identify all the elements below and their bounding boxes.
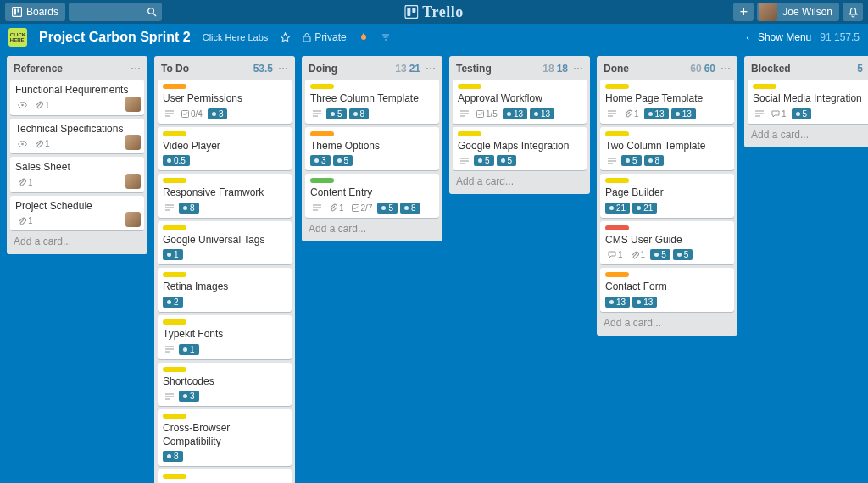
member-avatar[interactable] <box>125 212 141 227</box>
points-badge: 13 <box>632 297 657 308</box>
card[interactable]: CMS User Guide 1155 <box>600 221 734 265</box>
list: Reference Functional Requirements 1 Tech… <box>7 56 147 254</box>
card[interactable]: Two Column Template 58 <box>600 127 734 171</box>
card-title: Google Maps Integration <box>458 140 581 153</box>
card[interactable]: Page Builder 2121 <box>600 174 734 218</box>
card[interactable]: Technical Specifications 1 <box>10 119 144 154</box>
boards-button[interactable]: Boards <box>5 3 65 21</box>
card[interactable]: Retina Images 2 <box>158 268 292 312</box>
card-badges: 35 <box>310 155 434 166</box>
filter-icon[interactable] <box>381 32 391 42</box>
add-card-button[interactable]: Add a card... <box>305 218 439 238</box>
add-card-button[interactable]: Add a card... <box>10 230 144 251</box>
cards-container: Three Column Template 58 Theme Options 3… <box>305 80 439 218</box>
list-header[interactable]: To Do 53.5 <box>158 59 292 80</box>
card[interactable]: User Permissions 0/43 <box>158 80 292 124</box>
board-visibility[interactable]: Private <box>303 31 346 43</box>
description-icon <box>163 109 176 118</box>
card[interactable]: Social Media Integration 15 <box>748 80 868 124</box>
app-name: Trello <box>422 3 463 21</box>
card[interactable]: Theme Options 35 <box>305 127 439 171</box>
checklist-badge: 1/5 <box>474 108 500 119</box>
card-badges: 1/51313 <box>458 108 581 119</box>
list-menu-button[interactable] <box>278 64 288 73</box>
list-header[interactable]: Blocked 5 <box>748 59 868 80</box>
bell-icon <box>848 7 859 18</box>
add-button[interactable]: + <box>733 3 754 21</box>
attachment-badge: 1 <box>15 177 36 188</box>
star-icon[interactable] <box>280 32 291 43</box>
board-org-name[interactable]: Click Here Labs <box>203 32 269 42</box>
svg-rect-0 <box>13 8 22 17</box>
card-title: Typekit Fonts <box>163 328 287 341</box>
card-title: Google Universal Tags <box>163 234 287 247</box>
member-avatar[interactable] <box>125 97 141 112</box>
card[interactable]: Approval Workflow 1/51313 <box>453 80 587 124</box>
list-header[interactable]: Reference <box>10 59 144 80</box>
card[interactable]: Content Entry 12/758 <box>305 174 439 218</box>
card-label <box>163 474 186 479</box>
card-title: Cross-Browser Compatibility <box>163 422 287 448</box>
card[interactable]: Sales Sheet 1 <box>10 157 144 192</box>
card[interactable]: Project Schedule 1 <box>10 196 144 231</box>
list-menu-button[interactable] <box>721 64 731 73</box>
member-avatar[interactable] <box>125 135 141 150</box>
svg-point-41 <box>433 68 435 69</box>
board-org-logo[interactable]: CLICKHERE <box>8 28 27 47</box>
chevron-down-icon <box>131 64 141 73</box>
description-icon <box>605 157 619 165</box>
card-badges: 15 <box>753 108 868 119</box>
list-menu-button[interactable] <box>573 64 583 73</box>
card[interactable]: Video Player 0.5 <box>158 127 292 171</box>
list: Doing 13 21 Three Column Template 58 The… <box>302 56 442 242</box>
user-menu-button[interactable]: Joe Wilson <box>757 3 839 21</box>
card[interactable]: Contact Form Template 8 <box>158 469 292 483</box>
member-avatar[interactable] <box>125 174 141 189</box>
checklist-badge: 2/7 <box>349 203 376 214</box>
card-badges: 1 <box>15 177 139 188</box>
board-stats: 91 157.5 <box>820 31 860 43</box>
points-badge: 8 <box>400 203 420 214</box>
card-badges: 3 <box>163 391 287 402</box>
list-name: Done <box>604 63 629 75</box>
points-badge: 21 <box>632 203 657 214</box>
list-header[interactable]: Done 60 60 <box>600 59 734 80</box>
add-card-button[interactable]: Add a card... <box>453 170 587 191</box>
svg-point-49 <box>574 68 576 69</box>
card-label <box>163 272 186 277</box>
fire-icon[interactable] <box>359 31 369 43</box>
card[interactable]: Responsive Framwork 8 <box>158 174 292 218</box>
list-menu-button[interactable] <box>131 64 141 73</box>
app-logo[interactable]: Trello <box>404 3 463 21</box>
boards-icon <box>12 7 22 17</box>
board-header-right: ‹ Show Menu 91 157.5 <box>747 31 860 43</box>
list-header[interactable]: Doing 13 21 <box>305 59 439 80</box>
card-label <box>605 225 629 230</box>
card-title: Home Page Template <box>605 92 729 106</box>
card[interactable]: Typekit Fonts 1 <box>158 315 292 359</box>
list-header[interactable]: Testing 18 18 <box>453 59 587 80</box>
card[interactable]: Shortcodes 3 <box>158 363 292 407</box>
add-card-button[interactable]: Add a card... <box>600 312 734 332</box>
list-menu-button[interactable] <box>426 64 436 73</box>
card[interactable]: Three Column Template 58 <box>305 80 439 124</box>
card-badges: 1 <box>163 344 287 355</box>
list-name: Testing <box>456 63 492 75</box>
notifications-button[interactable] <box>843 3 863 21</box>
search-input[interactable] <box>69 3 162 21</box>
card[interactable]: Google Universal Tags 1 <box>158 221 292 265</box>
board-title[interactable]: Project Carbon Sprint 2 <box>39 30 191 45</box>
comment-badge: 1 <box>769 108 789 119</box>
add-card-button[interactable]: Add a card... <box>748 124 868 144</box>
card[interactable]: Functional Requirements 1 <box>10 80 144 115</box>
svg-point-13 <box>135 68 136 69</box>
card-title: Sales Sheet <box>15 161 139 175</box>
points-badge: 5 <box>333 155 353 166</box>
card-label <box>163 84 186 89</box>
card[interactable]: Cross-Browser Compatibility 8 <box>158 409 292 466</box>
card[interactable]: Google Maps Integration 55 <box>453 127 587 171</box>
card[interactable]: Home Page Template 11313 <box>600 80 734 124</box>
show-menu-button[interactable]: Show Menu <box>758 31 811 43</box>
card[interactable]: Contact Form 1313 <box>600 268 734 312</box>
user-avatar <box>759 3 777 21</box>
